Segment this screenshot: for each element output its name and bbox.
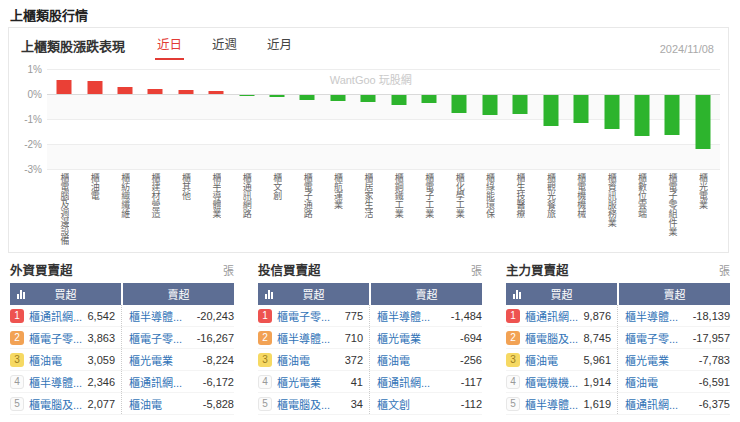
sector-bar-chart: WantGoo 玩股網 1%0%-1%-2%-3% 櫃電腦及週邊設備櫃油電櫃紡織… — [9, 69, 728, 245]
tab-近週[interactable]: 近週 — [210, 34, 239, 60]
buy-cell: 5櫃半導體...1,619 — [506, 393, 617, 414]
sector-link[interactable]: 櫃油電 — [29, 352, 83, 368]
sector-bar — [239, 95, 254, 96]
x-axis-label: 櫃光電業 — [698, 173, 708, 245]
sector-link[interactable]: 櫃文創 — [377, 396, 457, 412]
sector-bar — [513, 95, 528, 114]
sector-link[interactable]: 櫃半導體... — [277, 330, 341, 346]
sector-link[interactable]: 櫃電機機... — [525, 374, 579, 390]
net-sell-value: -17,957 — [693, 332, 730, 344]
x-label-slot: 櫃生技醫療 — [505, 173, 535, 245]
table-unit: 張 — [223, 262, 234, 278]
bar-slot — [171, 69, 201, 169]
x-axis-label: 櫃鋼鐵工業 — [394, 173, 404, 245]
sector-link[interactable]: 櫃半導體... — [129, 308, 193, 324]
sector-link[interactable]: 櫃半導體... — [377, 308, 447, 324]
sector-bar — [270, 95, 285, 97]
sector-link[interactable]: 櫃油電 — [277, 352, 341, 368]
page-title: 上櫃類股行情 — [10, 5, 88, 24]
x-axis-label: 櫃半導體業 — [211, 173, 221, 245]
net-sell-value: -16,267 — [197, 332, 234, 344]
x-axis-label: 櫃電機機械 — [576, 173, 586, 245]
table-row: 3櫃油電372櫃油電-256 — [258, 349, 482, 371]
net-table-外資買賣超: 外資買賣超張買超賣超1櫃通訊網...6,542櫃半導體...-20,2432櫃電… — [10, 261, 234, 415]
x-label-slot: 櫃紡織纖維 — [110, 173, 140, 245]
net-buy-value: 9,876 — [583, 310, 611, 322]
rank-badge: 5 — [506, 397, 520, 411]
net-sell-value: -5,828 — [203, 398, 234, 410]
sector-link[interactable]: 櫃通訊網... — [377, 374, 457, 390]
table-header: 買超賣超 — [506, 283, 730, 305]
sector-link[interactable]: 櫃通訊網... — [525, 308, 579, 324]
x-axis-label: 櫃觀光餐旅 — [546, 173, 556, 245]
table-title: 主力買賣超 — [506, 260, 569, 279]
table-titlebar: 投信買賣超張 — [258, 261, 482, 278]
table-row: 2櫃電腦及...8,745櫃電子零...-17,957 — [506, 327, 730, 349]
x-axis-label: 櫃通訊網路 — [241, 173, 251, 245]
sector-link[interactable]: 櫃半導體... — [625, 308, 689, 324]
buy-cell: 2櫃半導體...710 — [258, 327, 369, 348]
sector-link[interactable]: 櫃半導體... — [525, 396, 579, 412]
sector-link[interactable]: 櫃通訊網... — [29, 308, 83, 324]
tab-近日[interactable]: 近日 — [155, 34, 184, 60]
x-label-slot: 櫃油電 — [79, 173, 109, 245]
sector-link[interactable]: 櫃電子零... — [277, 308, 341, 324]
y-axis-tick: -2% — [24, 139, 42, 150]
rank-badge: 3 — [10, 353, 24, 367]
net-buy-value: 1,914 — [583, 376, 611, 388]
bar-slot — [627, 69, 657, 169]
net-sell-value: -20,243 — [197, 310, 234, 322]
sector-link[interactable]: 櫃油電 — [525, 352, 579, 368]
y-axis-tick: 0% — [28, 89, 42, 100]
sector-bar — [604, 95, 619, 129]
sector-link[interactable]: 櫃電子零... — [29, 330, 83, 346]
buy-cell: 3櫃油電372 — [258, 349, 369, 370]
table-row: 3櫃油電5,961櫃光電業-7,783 — [506, 349, 730, 371]
sell-cell: 櫃通訊網...-117 — [369, 371, 482, 392]
sector-link[interactable]: 櫃電腦及... — [29, 396, 83, 412]
sector-link[interactable]: 櫃光電業 — [277, 374, 347, 390]
sector-link[interactable]: 櫃光電業 — [625, 352, 695, 368]
sector-link[interactable]: 櫃油電 — [129, 396, 199, 412]
tab-近月[interactable]: 近月 — [265, 34, 294, 60]
net-sell-value: -6,172 — [203, 376, 234, 388]
sector-link[interactable]: 櫃油電 — [625, 374, 695, 390]
rank-badge: 2 — [10, 331, 24, 345]
sell-cell: 櫃光電業-7,783 — [617, 349, 730, 370]
rank-badge: 1 — [258, 309, 272, 323]
x-axis-label: 櫃電子工業 — [424, 173, 434, 245]
net-sell-value: -1,484 — [451, 310, 482, 322]
sell-cell: 櫃半導體...-20,243 — [121, 305, 234, 326]
sector-link[interactable]: 櫃電腦及... — [525, 330, 579, 346]
x-label-slot: 櫃資訊服務業 — [596, 173, 626, 245]
x-axis-label: 櫃建材營造 — [150, 173, 160, 245]
x-label-slot: 櫃鋼鐵工業 — [383, 173, 413, 245]
sector-link[interactable]: 櫃光電業 — [377, 330, 456, 346]
bar-slot — [323, 69, 353, 169]
sector-link[interactable]: 櫃電腦及... — [277, 396, 347, 412]
bar-slot — [475, 69, 505, 169]
table-row: 2櫃半導體...710櫃光電業-694 — [258, 327, 482, 349]
y-axis-tick: -3% — [24, 164, 42, 175]
x-axis-label: 櫃文創 — [272, 173, 282, 245]
gridline — [47, 169, 720, 170]
table-row: 1櫃電子零...775櫃半導體...-1,484 — [258, 305, 482, 327]
sell-cell: 櫃電子零...-16,267 — [121, 327, 234, 348]
sector-link[interactable]: 櫃通訊網... — [625, 396, 695, 412]
sector-link[interactable]: 櫃電子零... — [129, 330, 193, 346]
sector-link[interactable]: 櫃電子零... — [625, 330, 689, 346]
bar-slot — [231, 69, 261, 169]
sector-link[interactable]: 櫃通訊網... — [129, 374, 199, 390]
sector-bar — [300, 95, 315, 100]
sector-bar — [695, 95, 710, 149]
sector-bar — [361, 95, 376, 102]
sector-bar — [543, 95, 558, 126]
sector-link[interactable]: 櫃半導體... — [29, 374, 83, 390]
sector-link[interactable]: 櫃油電 — [377, 352, 456, 368]
net-buy-value: 8,745 — [583, 332, 611, 344]
period-tabs: 近日近週近月 — [155, 34, 294, 60]
quote-date: 2024/11/08 — [660, 43, 714, 60]
table-row: 1櫃通訊網...9,876櫃半導體...-18,139 — [506, 305, 730, 327]
sector-link[interactable]: 櫃光電業 — [129, 352, 199, 368]
x-axis-label: 櫃資訊服務業 — [606, 173, 616, 245]
